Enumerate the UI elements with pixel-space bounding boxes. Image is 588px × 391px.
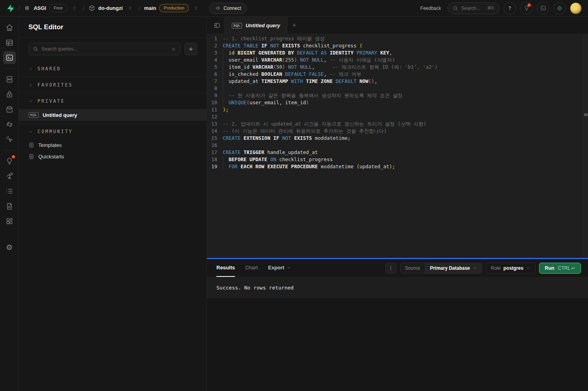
breadcrumb-separator: / <box>81 5 86 11</box>
sidebar-item-untitled-query[interactable]: SQL Untitled query <box>19 109 207 121</box>
org-switcher-button[interactable] <box>70 4 79 13</box>
line-number: 14 <box>207 128 223 135</box>
code-text: user_email VARCHAR(255) NOT NULL, -- 사용자… <box>223 56 395 64</box>
assistant-button[interactable] <box>553 2 566 15</box>
feedback-button[interactable]: Feedback <box>418 6 443 11</box>
breadcrumb-project[interactable]: do-dungzi <box>88 5 123 11</box>
code-text: CREATE TRIGGER handle_updated_at <box>223 149 318 156</box>
help-button[interactable]: ? <box>503 2 516 15</box>
search-icon <box>453 6 458 11</box>
code-text: -- 1. checklist_progress 테이블 생성 <box>223 35 325 42</box>
code-line: 10 UNIQUE(user_email, item_id) <box>207 99 588 106</box>
nav-auth-lock-icon[interactable] <box>3 88 16 101</box>
query-item-label: Untitled query <box>43 112 77 118</box>
global-search-input[interactable] <box>461 6 484 11</box>
section-private[interactable]: PRIVATE <box>19 93 207 109</box>
run-label: Run <box>545 265 554 271</box>
nav-api-docs-icon[interactable] <box>3 200 16 212</box>
code-text: id BIGINT GENERATED BY DEFAULT AS IDENTI… <box>223 49 392 56</box>
new-query-button[interactable] <box>184 43 197 55</box>
breadcrumb-org[interactable]: ASGI Free <box>24 4 67 12</box>
top-bar: / ASGI Free / do-dungzi / main Productio… <box>0 0 588 17</box>
query-search-input[interactable] <box>41 46 168 52</box>
nav-settings-icon[interactable]: ⚙ <box>3 241 16 254</box>
tab-chart[interactable]: Chart <box>245 259 258 277</box>
org-name: ASGI <box>34 5 46 11</box>
export-menu-button[interactable]: Export <box>268 259 291 277</box>
line-number: 17 <box>207 149 223 156</box>
export-label: Export <box>268 265 284 271</box>
new-tab-button[interactable] <box>287 17 301 34</box>
code-line: 19 FOR EACH ROW EXECUTE PROCEDURE moddat… <box>207 163 588 170</box>
tab-results[interactable]: Results <box>216 259 235 277</box>
code-text: updated_at TIMESTAMP WITH TIME ZONE DEFA… <box>223 78 377 85</box>
sql-code-editor[interactable]: 1-- 1. checklist_progress 테이블 생성2CREATE … <box>207 34 588 258</box>
user-avatar[interactable] <box>570 2 582 14</box>
chevron-down-icon <box>473 266 477 270</box>
code-line: 13-- 2. 업데이트 시 updated_at 시간을 자동으로 갱신하는 … <box>207 120 588 128</box>
notifications-button[interactable] <box>520 2 533 15</box>
line-number: 1 <box>207 35 223 42</box>
environment-badge: Production <box>159 4 189 12</box>
nav-advisors-icon[interactable] <box>3 155 16 167</box>
branch-switcher-button[interactable] <box>192 4 201 13</box>
command-terminal-button[interactable] <box>537 2 549 15</box>
results-panel-header: Results Chart Export ⋮ Source Primary Da… <box>207 259 588 277</box>
sidebar-item-quickstarts[interactable]: Quickstarts <box>19 151 207 162</box>
code-text: ); <box>223 106 229 113</box>
breadcrumb-separator: / <box>17 5 21 11</box>
scrollbar-thumb[interactable] <box>584 113 588 116</box>
nav-home-icon[interactable] <box>3 21 16 34</box>
query-search-box[interactable] <box>28 43 180 55</box>
nav-integrations-icon[interactable] <box>3 215 16 227</box>
search-shortcut: ⌘K <box>487 6 494 11</box>
sort-queries-icon[interactable] <box>171 47 176 52</box>
nav-database-icon[interactable] <box>3 73 16 86</box>
code-text: CREATE EXTENSION IF NOT EXISTS moddateti… <box>223 135 351 142</box>
connect-button[interactable]: Connect <box>209 3 247 14</box>
supabase-logo[interactable] <box>6 4 14 12</box>
result-message: Success. No rows returned <box>207 277 588 298</box>
results-empty-area <box>207 298 588 391</box>
section-private-label: PRIVATE <box>38 98 65 104</box>
section-community[interactable]: COMMUNITY <box>19 124 207 139</box>
nav-reports-icon[interactable] <box>3 170 16 182</box>
nav-sql-editor-icon[interactable] <box>3 51 16 64</box>
code-line: 6 is_checked BOOLEAN DEFAULT FALSE, -- 체… <box>207 71 588 78</box>
code-text: item_id VARCHAR(50) NOT NULL, -- 체크리스트 항… <box>223 64 438 71</box>
connect-label: Connect <box>224 6 241 11</box>
line-number: 15 <box>207 135 223 142</box>
line-number: 16 <box>207 142 223 149</box>
panel-more-button[interactable]: ⋮ <box>385 263 396 274</box>
nav-table-editor-icon[interactable] <box>3 36 16 49</box>
role-value: postgres <box>503 265 524 271</box>
run-shortcut: CTRL ↵ <box>558 265 575 271</box>
advisors-notification-dot <box>12 155 15 158</box>
notification-dot <box>528 4 531 7</box>
line-number: 11 <box>207 106 223 113</box>
ai-diamond-icon <box>556 5 563 11</box>
section-favorites[interactable]: FAVORITES <box>19 77 207 93</box>
nav-storage-icon[interactable] <box>3 103 16 116</box>
tab-untitled-query[interactable]: SQL Untitled query <box>224 17 287 34</box>
nav-realtime-icon[interactable] <box>3 133 16 146</box>
sidebar-item-templates[interactable]: Templates <box>19 139 207 151</box>
breadcrumb-branch[interactable]: main Production <box>144 4 189 12</box>
code-line: 5 item_id VARCHAR(50) NOT NULL, -- 체크리스트… <box>207 64 588 71</box>
role-select[interactable]: Role postgres <box>486 263 535 274</box>
code-text <box>223 85 226 92</box>
run-query-button[interactable]: Run CTRL ↵ <box>539 263 581 274</box>
collapse-sidebar-button[interactable] <box>211 20 223 31</box>
database-select[interactable]: Primary Database <box>425 263 482 273</box>
code-text: is_checked BOOLEAN DEFAULT FALSE, -- 체크 … <box>223 71 361 78</box>
code-line: 9 -- 한 사용자가 같은 항목을 중복해서 생성하지 못하도록 제약 조건 … <box>207 92 588 99</box>
section-shared[interactable]: SHARED <box>19 61 207 77</box>
code-line: 2CREATE TABLE IF NOT EXISTS checklist_pr… <box>207 42 588 49</box>
global-search[interactable]: ⌘K <box>447 2 500 14</box>
project-switcher-button[interactable] <box>126 4 135 13</box>
nav-edge-functions-icon[interactable] <box>3 118 16 131</box>
source-label: Source <box>400 263 425 273</box>
editor-scrollbar[interactable] <box>583 34 588 258</box>
project-name: do-dungzi <box>98 5 123 11</box>
nav-logs-icon[interactable] <box>3 185 16 197</box>
